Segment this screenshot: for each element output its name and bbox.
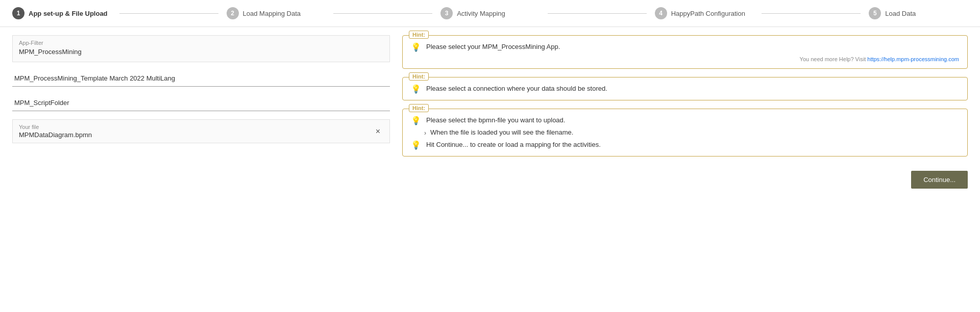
step-line-1-2 bbox=[119, 13, 218, 14]
hint-text-2-1: Please select a connection where your da… bbox=[426, 84, 607, 94]
step-3-circle: 3 bbox=[440, 7, 453, 19]
hint-text-3-2: Hit Continue... to create or load a mapp… bbox=[426, 140, 601, 150]
hint-tag-1: Hint: bbox=[409, 31, 429, 39]
hint-sub-text-3: When the file is loaded you will see the… bbox=[430, 128, 573, 136]
step-5-circle: 5 bbox=[869, 7, 881, 19]
hint-row-2-1: 💡 Please select a connection where your … bbox=[411, 84, 959, 94]
bulb-icon-3-1: 💡 bbox=[411, 116, 421, 125]
step-4: 4 HappyPath Configuration bbox=[655, 7, 754, 19]
hint-text-3-1: Please select the bpmn-file you want to … bbox=[426, 115, 565, 125]
hint-help-link-1[interactable]: https://help.mpm-processmining.com bbox=[867, 56, 959, 62]
hint-row-1-1: 💡 Please select your MPM_ProcessMining A… bbox=[411, 42, 959, 52]
bulb-icon-3-2: 💡 bbox=[411, 140, 421, 150]
file-info: Your file MPMDataDiagram.bpmn bbox=[19, 124, 92, 139]
step-4-circle: 4 bbox=[655, 7, 667, 19]
app-input-row bbox=[12, 70, 390, 87]
step-1-circle: 1 bbox=[12, 7, 24, 19]
bulb-icon-2-1: 💡 bbox=[411, 84, 421, 94]
file-name: MPMDataDiagram.bpmn bbox=[19, 131, 92, 139]
hint-text-1-1: Please select your MPM_ProcessMining App… bbox=[426, 42, 560, 52]
connection-input[interactable] bbox=[12, 95, 390, 111]
bulb-icon-1-1: 💡 bbox=[411, 42, 421, 52]
step-line-2-3 bbox=[333, 13, 432, 14]
hint-row-3-1: 💡 Please select the bpmn-file you want t… bbox=[411, 115, 959, 125]
app-filter-section: App-Filter MPM_ProcessMining bbox=[12, 35, 390, 62]
step-2-circle: 2 bbox=[227, 7, 239, 19]
right-panel: Hint: 💡 Please select your MPM_ProcessMi… bbox=[402, 35, 968, 157]
hint-box-1: Hint: 💡 Please select your MPM_ProcessMi… bbox=[402, 35, 968, 69]
file-close-button[interactable]: × bbox=[373, 126, 383, 137]
step-1: 1 App set-up & File Upload bbox=[12, 7, 111, 19]
app-filter-value: MPM_ProcessMining bbox=[19, 48, 383, 56]
step-3: 3 Activity Mapping bbox=[440, 7, 540, 19]
step-5: 5 Load Data bbox=[869, 7, 968, 19]
left-panel: App-Filter MPM_ProcessMining Your file M… bbox=[12, 35, 390, 157]
hint-tag-2: Hint: bbox=[409, 72, 429, 81]
hint-box-2: Hint: 💡 Please select a connection where… bbox=[402, 77, 968, 100]
stepper: 1 App set-up & File Upload 2 Load Mappin… bbox=[0, 0, 980, 27]
step-line-4-5 bbox=[762, 13, 861, 14]
file-row: Your file MPMDataDiagram.bpmn × bbox=[12, 119, 390, 143]
hint-help-row-1: You need more Help? Visit https://help.m… bbox=[411, 56, 959, 62]
app-input[interactable] bbox=[12, 70, 390, 87]
main-content: App-Filter MPM_ProcessMining Your file M… bbox=[0, 27, 980, 165]
hint-help-text-1: You need more Help? Visit bbox=[800, 56, 868, 62]
step-5-label: Load Data bbox=[885, 10, 916, 17]
bottom-bar: Continue... bbox=[0, 165, 980, 195]
hint-row-3-2: 💡 Hit Continue... to create or load a ma… bbox=[411, 140, 959, 150]
step-2: 2 Load Mapping Data bbox=[227, 7, 326, 19]
continue-button[interactable]: Continue... bbox=[911, 171, 968, 189]
hint-tag-3: Hint: bbox=[409, 104, 429, 112]
chevron-right-icon-3: › bbox=[424, 129, 426, 137]
connection-input-row bbox=[12, 95, 390, 111]
file-label: Your file bbox=[19, 124, 92, 130]
hint-box-3: Hint: 💡 Please select the bpmn-file you … bbox=[402, 109, 968, 157]
step-2-label: Load Mapping Data bbox=[243, 10, 301, 17]
app-filter-label: App-Filter bbox=[19, 40, 383, 46]
step-4-label: HappyPath Configuration bbox=[671, 10, 745, 17]
step-line-3-4 bbox=[548, 13, 647, 14]
step-3-label: Activity Mapping bbox=[457, 10, 505, 17]
hint-sub-row-3: › When the file is loaded you will see t… bbox=[424, 128, 959, 137]
step-1-label: App set-up & File Upload bbox=[29, 10, 108, 17]
